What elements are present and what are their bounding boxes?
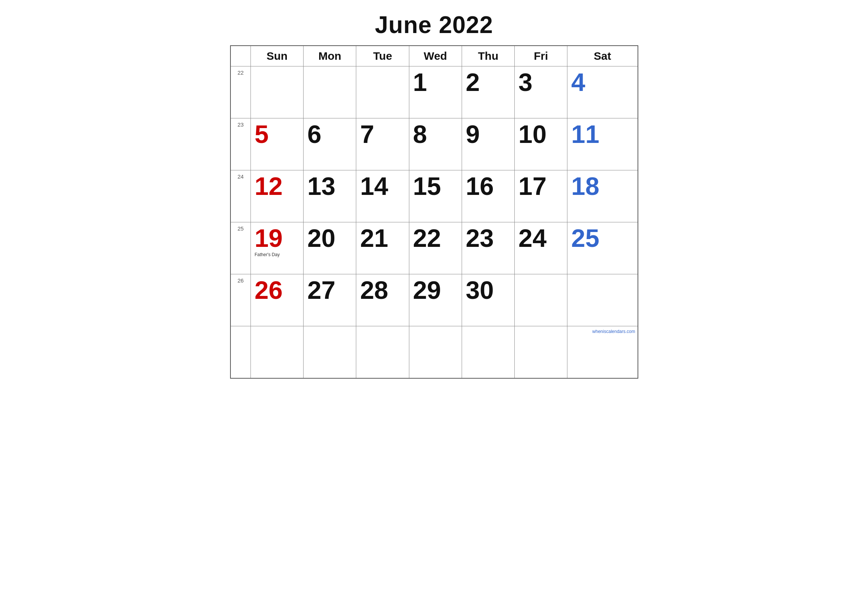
calendar-table: Sun Mon Tue Wed Thu Fri Sat 221234235678… [230,45,638,378]
day-number: 8 [413,121,458,147]
day-cell: 7 [356,118,409,171]
day-cell [567,274,638,326]
day-cell: 29 [409,274,462,326]
header-wed: Wed [409,46,462,67]
day-number: 5 [254,121,299,147]
table-row: 2519Father's Day202122232425 [231,222,638,274]
table-row: 2412131415161718 [231,171,638,222]
header-mon: Mon [304,46,356,67]
day-cell: 14 [356,171,409,222]
day-cell [462,326,515,378]
day-number: 29 [413,277,458,302]
no-header [231,46,251,67]
day-cell: 25 [567,222,638,274]
week-number: 22 [231,67,251,118]
week-number [231,326,251,378]
day-cell: 16 [462,171,515,222]
day-number: 4 [571,70,634,95]
day-cell [409,326,462,378]
table-row: 23567891011 [231,118,638,171]
day-cell: 30 [462,274,515,326]
day-number: 21 [360,225,405,251]
day-cell: 6 [304,118,356,171]
day-number: 24 [518,225,563,251]
week-number: 25 [231,222,251,274]
day-number: 30 [466,277,511,302]
day-number: 11 [571,121,634,147]
day-cell [304,67,356,118]
day-number: 13 [307,174,352,198]
day-cell: 1 [409,67,462,118]
day-cell: 12 [251,171,304,222]
day-number: 7 [360,121,405,147]
day-number: 27 [307,277,352,302]
day-number: 20 [307,225,352,251]
day-cell: 2 [462,67,515,118]
day-cell: 4 [567,67,638,118]
day-cell: 24 [515,222,567,274]
day-cell: 26 [251,274,304,326]
day-number: 2 [466,70,511,95]
week-number: 23 [231,118,251,171]
day-cell: 10 [515,118,567,171]
table-row: 262627282930 [231,274,638,326]
day-number: 22 [413,225,458,251]
day-number: 3 [518,70,563,95]
day-number: 28 [360,277,405,302]
day-cell: 3 [515,67,567,118]
calendar-body: 2212342356789101124121314151617182519Fat… [231,67,638,378]
day-number: 16 [466,174,511,198]
day-number: 1 [413,70,458,95]
day-cell [304,326,356,378]
header-fri: Fri [515,46,567,67]
day-cell: 19Father's Day [251,222,304,274]
day-number: 9 [466,121,511,147]
day-cell: 5 [251,118,304,171]
day-number: 25 [571,225,634,251]
day-number: 17 [518,174,563,198]
day-number: 12 [254,174,299,198]
calendar-container: June 2022 Sun Mon Tue Wed Thu Fri Sat 22… [230,11,638,378]
header-sat: Sat [567,46,638,67]
day-number: 19 [254,225,299,251]
day-cell [515,326,567,378]
day-cell: 18 [567,171,638,222]
table-row: wheniscalendars.com [231,326,638,378]
day-cell: 8 [409,118,462,171]
day-cell: 17 [515,171,567,222]
day-cell: 15 [409,171,462,222]
day-cell [251,326,304,378]
week-number: 24 [231,171,251,222]
day-cell: 23 [462,222,515,274]
header-tue: Tue [356,46,409,67]
day-cell: 20 [304,222,356,274]
header-row: Sun Mon Tue Wed Thu Fri Sat [231,46,638,67]
day-cell: 28 [356,274,409,326]
day-number: 14 [360,174,405,198]
day-cell [515,274,567,326]
day-number: 10 [518,121,563,147]
day-cell: 11 [567,118,638,171]
day-cell [356,326,409,378]
calendar-title: June 2022 [230,11,638,39]
day-number: 6 [307,121,352,147]
week-number: 26 [231,274,251,326]
day-number: 26 [254,277,299,302]
event-label: Father's Day [254,252,299,257]
day-cell: wheniscalendars.com [567,326,638,378]
day-cell: 9 [462,118,515,171]
day-cell: 21 [356,222,409,274]
watermark-link[interactable]: wheniscalendars.com [592,329,635,334]
table-row: 221234 [231,67,638,118]
day-number: 15 [413,174,458,198]
day-cell [251,67,304,118]
day-cell: 13 [304,171,356,222]
day-number: 23 [466,225,511,251]
day-cell: 27 [304,274,356,326]
header-sun: Sun [251,46,304,67]
header-thu: Thu [462,46,515,67]
day-number: 18 [571,174,634,198]
day-cell [356,67,409,118]
day-cell: 22 [409,222,462,274]
